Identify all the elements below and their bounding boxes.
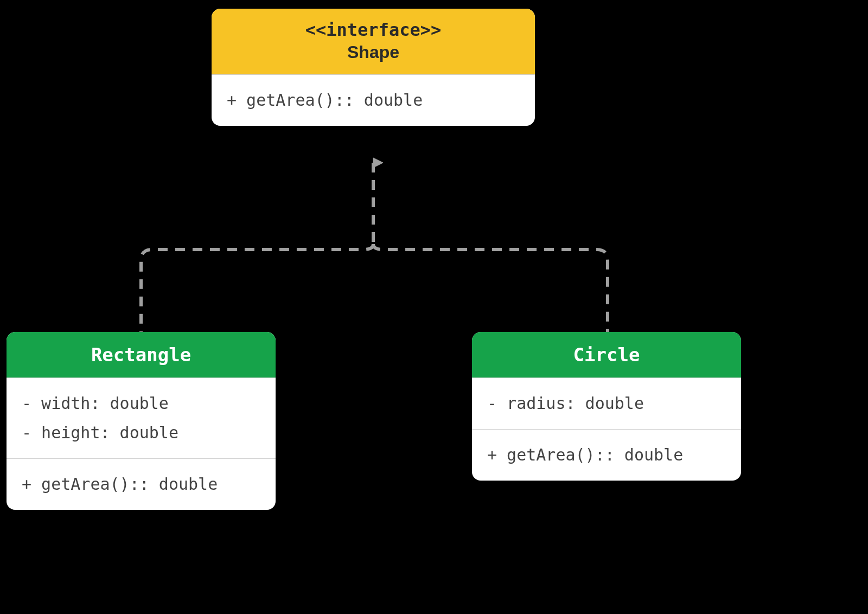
- rectangle-attributes-section: - width: double - height: double: [7, 378, 276, 458]
- connector-to-rectangle: [141, 244, 373, 332]
- circle-attr-radius: - radius: double: [487, 389, 726, 418]
- circle-method: + getArea():: double: [487, 440, 726, 470]
- rectangle-method: + getArea():: double: [22, 470, 260, 499]
- rectangle-header: Rectangle: [7, 332, 276, 378]
- rectangle-attr-height: - height: double: [22, 418, 260, 447]
- rectangle-methods-section: + getArea():: double: [7, 458, 276, 510]
- interface-shape-box: <<interface>> Shape + getArea():: double: [212, 9, 535, 126]
- interface-method: + getArea():: double: [227, 86, 520, 115]
- circle-name: Circle: [573, 344, 640, 366]
- circle-header: Circle: [472, 332, 741, 378]
- class-rectangle-box: Rectangle - width: double - height: doub…: [7, 332, 276, 510]
- connector-to-circle: [373, 244, 608, 332]
- rectangle-name: Rectangle: [91, 344, 191, 366]
- uml-diagram: <<interface>> Shape + getArea():: double…: [0, 0, 868, 614]
- rectangle-attr-width: - width: double: [22, 389, 260, 418]
- interface-name: Shape: [227, 42, 520, 62]
- class-circle-box: Circle - radius: double + getArea():: do…: [472, 332, 741, 481]
- interface-header: <<interface>> Shape: [212, 9, 535, 74]
- circle-attributes-section: - radius: double: [472, 378, 741, 429]
- interface-methods-section: + getArea():: double: [212, 74, 535, 126]
- circle-methods-section: + getArea():: double: [472, 429, 741, 481]
- interface-stereotype: <<interface>>: [227, 20, 520, 40]
